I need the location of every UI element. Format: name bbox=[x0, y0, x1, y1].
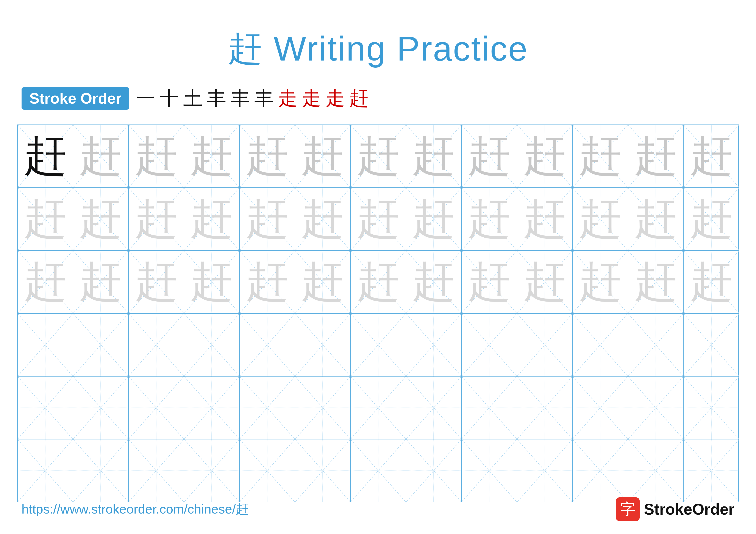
grid-cell-6-2[interactable] bbox=[73, 440, 129, 502]
grid-cell-6-6[interactable] bbox=[295, 440, 351, 502]
grid-cell-1-8[interactable]: 赶 bbox=[406, 125, 462, 188]
grid-cell-1-3[interactable]: 赶 bbox=[129, 125, 184, 188]
grid-cell-3-8[interactable]: 赶 bbox=[406, 251, 462, 313]
grid-cell-5-6[interactable] bbox=[295, 376, 351, 439]
title-char: 赶 bbox=[228, 29, 263, 68]
grid-cell-5-9[interactable] bbox=[462, 376, 517, 439]
grid-cell-3-6[interactable]: 赶 bbox=[295, 251, 351, 313]
grid-cell-1-1[interactable]: 赶 bbox=[18, 125, 73, 188]
grid-cell-5-13[interactable] bbox=[684, 376, 739, 439]
grid-cell-6-9[interactable] bbox=[462, 440, 517, 502]
grid-cell-1-2[interactable]: 赶 bbox=[73, 125, 129, 188]
grid-cell-1-4[interactable]: 赶 bbox=[184, 125, 240, 188]
grid-cell-3-2[interactable]: 赶 bbox=[73, 251, 129, 313]
char-guide: 赶 bbox=[468, 135, 511, 178]
grid-cell-3-4[interactable]: 赶 bbox=[184, 251, 240, 313]
grid-cell-5-1[interactable] bbox=[18, 376, 73, 439]
grid-cell-2-3[interactable]: 赶 bbox=[129, 188, 184, 250]
svg-line-115 bbox=[295, 376, 350, 439]
grid-cell-4-6[interactable] bbox=[295, 314, 351, 376]
grid-cell-4-13[interactable] bbox=[684, 314, 739, 376]
grid-cell-2-12[interactable]: 赶 bbox=[628, 188, 684, 250]
grid-cell-5-11[interactable] bbox=[573, 376, 628, 439]
grid-cell-4-4[interactable] bbox=[184, 314, 240, 376]
grid-cell-3-13[interactable]: 赶 bbox=[684, 251, 739, 313]
grid-cell-1-10[interactable]: 赶 bbox=[517, 125, 573, 188]
grid-cell-2-13[interactable]: 赶 bbox=[684, 188, 739, 250]
grid-cell-4-11[interactable] bbox=[573, 314, 628, 376]
svg-line-132 bbox=[73, 440, 128, 502]
grid-cell-1-13[interactable]: 赶 bbox=[684, 125, 739, 188]
grid-cell-6-11[interactable] bbox=[573, 440, 628, 502]
stroke-order-row: Stroke Order 一 十 土 丰 丰 丰 走 走 走 赶 bbox=[0, 85, 756, 112]
svg-line-150 bbox=[573, 440, 628, 502]
svg-line-117 bbox=[351, 376, 406, 439]
svg-line-130 bbox=[18, 440, 73, 502]
char-light: 赶 bbox=[190, 261, 233, 303]
svg-line-86 bbox=[240, 314, 295, 376]
grid-cell-5-10[interactable] bbox=[517, 376, 573, 439]
grid-cell-3-1[interactable]: 赶 bbox=[18, 251, 73, 313]
svg-line-153 bbox=[628, 440, 683, 502]
grid-cell-5-7[interactable] bbox=[351, 376, 406, 439]
grid-cell-6-4[interactable] bbox=[184, 440, 240, 502]
grid-cell-6-7[interactable] bbox=[351, 440, 406, 502]
grid-cell-4-5[interactable] bbox=[240, 314, 295, 376]
svg-line-93 bbox=[406, 314, 461, 376]
grid-cell-2-6[interactable]: 赶 bbox=[295, 188, 351, 250]
grid-cell-6-13[interactable] bbox=[684, 440, 739, 502]
grid-cell-4-2[interactable] bbox=[73, 314, 129, 376]
grid-cell-1-5[interactable]: 赶 bbox=[240, 125, 295, 188]
grid-cell-1-9[interactable]: 赶 bbox=[462, 125, 517, 188]
grid-cell-2-5[interactable]: 赶 bbox=[240, 188, 295, 250]
grid-cell-3-10[interactable]: 赶 bbox=[517, 251, 573, 313]
grid-cell-5-3[interactable] bbox=[129, 376, 184, 439]
grid-cell-6-5[interactable] bbox=[240, 440, 295, 502]
grid-cell-4-10[interactable] bbox=[517, 314, 573, 376]
grid-cell-5-2[interactable] bbox=[73, 376, 129, 439]
grid-cell-1-12[interactable]: 赶 bbox=[628, 125, 684, 188]
grid-cell-6-3[interactable] bbox=[129, 440, 184, 502]
grid-cell-3-7[interactable]: 赶 bbox=[351, 251, 406, 313]
grid-cell-2-9[interactable]: 赶 bbox=[462, 188, 517, 250]
grid-cell-2-8[interactable]: 赶 bbox=[406, 188, 462, 250]
grid-cell-6-10[interactable] bbox=[517, 440, 573, 502]
grid-cell-6-8[interactable] bbox=[406, 440, 462, 502]
grid-cell-3-12[interactable]: 赶 bbox=[628, 251, 684, 313]
grid-cell-2-1[interactable]: 赶 bbox=[18, 188, 73, 250]
svg-line-88 bbox=[295, 314, 350, 376]
svg-line-91 bbox=[351, 314, 406, 376]
grid-cell-3-9[interactable]: 赶 bbox=[462, 251, 517, 313]
grid-cell-2-4[interactable]: 赶 bbox=[184, 188, 240, 250]
stroke-sequence: 一 十 土 丰 丰 丰 走 走 走 赶 bbox=[136, 85, 368, 112]
svg-line-97 bbox=[517, 314, 572, 376]
footer-url[interactable]: https://www.strokeorder.com/chinese/赶 bbox=[21, 501, 249, 518]
grid-cell-6-12[interactable] bbox=[628, 440, 684, 502]
grid-cell-6-1[interactable] bbox=[18, 440, 73, 502]
grid-cell-1-11[interactable]: 赶 bbox=[573, 125, 628, 188]
svg-line-118 bbox=[406, 376, 461, 439]
grid-cell-2-2[interactable]: 赶 bbox=[73, 188, 129, 250]
grid-cell-4-1[interactable] bbox=[18, 314, 73, 376]
grid-cell-1-7[interactable]: 赶 bbox=[351, 125, 406, 188]
grid-cell-1-6[interactable]: 赶 bbox=[295, 125, 351, 188]
grid-cell-3-5[interactable]: 赶 bbox=[240, 251, 295, 313]
grid-cell-2-7[interactable]: 赶 bbox=[351, 188, 406, 250]
logo-char: 字 bbox=[620, 499, 635, 519]
svg-line-137 bbox=[184, 440, 239, 502]
grid-cell-2-10[interactable]: 赶 bbox=[517, 188, 573, 250]
grid-cell-3-11[interactable]: 赶 bbox=[573, 251, 628, 313]
grid-cell-3-3[interactable]: 赶 bbox=[129, 251, 184, 313]
grid-cell-4-12[interactable] bbox=[628, 314, 684, 376]
grid-cell-4-8[interactable] bbox=[406, 314, 462, 376]
grid-cell-4-7[interactable] bbox=[351, 314, 406, 376]
grid-cell-5-5[interactable] bbox=[240, 376, 295, 439]
grid-cell-4-3[interactable] bbox=[129, 314, 184, 376]
grid-cell-5-12[interactable] bbox=[628, 376, 684, 439]
grid-cell-5-4[interactable] bbox=[184, 376, 240, 439]
grid-cell-5-8[interactable] bbox=[406, 376, 462, 439]
svg-line-103 bbox=[684, 314, 739, 376]
grid-cell-4-9[interactable] bbox=[462, 314, 517, 376]
grid-cell-2-11[interactable]: 赶 bbox=[573, 188, 628, 250]
svg-line-108 bbox=[129, 376, 184, 439]
